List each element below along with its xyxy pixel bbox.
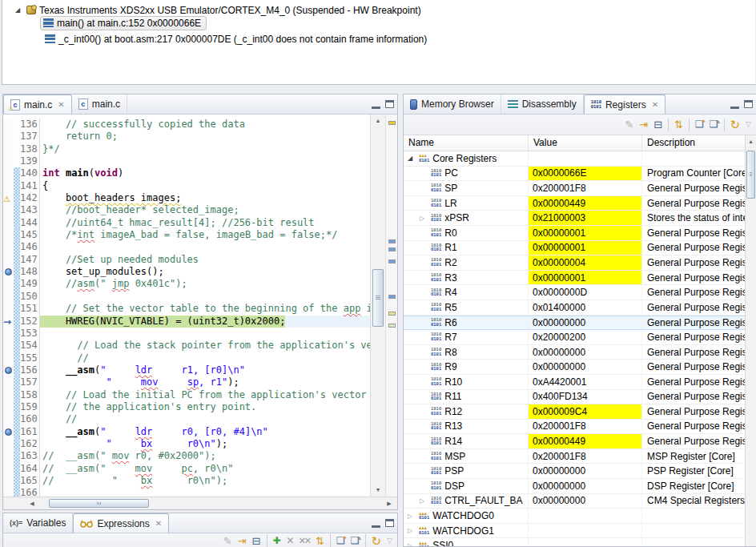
register-value-cell[interactable] xyxy=(529,524,642,538)
code-line[interactable]: 154 // Load the stack pointer from the a… xyxy=(3,340,370,352)
tab-memory-browser[interactable]: Memory Browser xyxy=(404,95,501,114)
register-row[interactable]: 10100101MSP0x200001F8MSP Register [Core] xyxy=(404,449,745,465)
expand-collapse-icon[interactable]: ▷ xyxy=(408,513,416,520)
code-line[interactable]: 165// " bx r0\n"); xyxy=(3,475,370,487)
register-value-cell[interactable]: 0x01400000 xyxy=(529,300,642,315)
gutter-margin[interactable]: ⚠ xyxy=(3,192,14,204)
scroll-up-icon[interactable]: ▲ xyxy=(371,115,385,127)
register-row[interactable]: 10100101SP0x200001F8General Purpose Regi… xyxy=(404,181,745,196)
register-value-cell[interactable]: 0x00000000 xyxy=(529,494,642,509)
scrollbar-thumb[interactable] xyxy=(372,269,384,327)
gutter-margin[interactable] xyxy=(3,229,14,241)
import-tree-icon[interactable]: ⇥ xyxy=(639,119,648,130)
register-value-cell[interactable]: 0x000009C4 xyxy=(529,404,642,419)
register-group-row[interactable]: ▷♟♟♟0101SSI0 xyxy=(404,538,745,546)
remove-all-expressions-icon[interactable]: ✕✕ xyxy=(299,536,310,546)
register-value-cell[interactable]: 0x20000200 xyxy=(529,330,642,344)
code-line[interactable]: 146 xyxy=(3,241,370,253)
code-line[interactable]: 139 xyxy=(3,155,370,167)
gutter-margin[interactable] xyxy=(3,426,14,438)
minimize-icon[interactable] xyxy=(730,107,739,109)
overview-ruler[interactable] xyxy=(385,115,397,497)
register-row[interactable]: 10100101R00x00000001General Purpose Regi… xyxy=(404,226,745,241)
code-line[interactable]: 148 set_up_modules(); xyxy=(3,266,370,278)
gutter-margin[interactable]: → xyxy=(3,316,14,328)
register-row[interactable]: 10100101R10x00000001General Purpose Regi… xyxy=(404,241,745,256)
scrollbar-thumb[interactable] xyxy=(746,151,755,199)
gutter-margin[interactable] xyxy=(3,401,14,413)
register-value-cell[interactable]: 0x200001F8 xyxy=(529,449,642,464)
column-header-name[interactable]: Name xyxy=(404,135,529,151)
gutter-margin[interactable] xyxy=(3,340,14,352)
register-row[interactable]: 10100101R110x400FD134General Purpose Reg… xyxy=(404,390,745,405)
breakpoint-mark[interactable] xyxy=(388,239,396,243)
code-line[interactable]: 136 // successfully copied the data xyxy=(3,119,370,131)
code-line[interactable]: 137 return 0; xyxy=(3,131,370,143)
register-row[interactable]: 10100101R80x00000000General Purpose Regi… xyxy=(404,345,745,360)
expand-collapse-icon[interactable]: ▷ xyxy=(420,215,428,222)
editor-tab-main-c[interactable]: c main.c xyxy=(72,95,127,114)
edit-watch-icon[interactable]: ✎ xyxy=(625,119,633,130)
refresh-icon[interactable]: ↻ xyxy=(730,119,741,130)
pin-view-icon[interactable]: ❏✒ xyxy=(351,536,360,546)
gutter-margin[interactable] xyxy=(3,303,14,315)
show-pinned-icon[interactable]: ⇅ xyxy=(316,536,324,546)
code-line[interactable]: 143 //boot_header* selected_image; xyxy=(3,204,370,216)
register-row[interactable]: 10100101R60x00000000General Purpose Regi… xyxy=(404,316,745,331)
gutter-margin[interactable] xyxy=(3,450,14,462)
code-line[interactable]: 141{ xyxy=(3,180,370,192)
register-value-cell[interactable]: 0x00000001 xyxy=(529,271,642,285)
pin-view-icon[interactable]: ❏✒ xyxy=(710,119,718,130)
code-line[interactable]: 163// __asm(" mov r0, #0x2000"); xyxy=(3,450,370,462)
gutter-margin[interactable] xyxy=(3,413,14,425)
expand-collapse-icon[interactable]: ▷ xyxy=(408,542,416,546)
expand-collapse-icon[interactable]: ▷ xyxy=(408,527,416,534)
refresh-icon[interactable]: ↻ xyxy=(372,536,382,546)
column-header-value[interactable]: Value xyxy=(529,135,642,151)
new-view-icon[interactable]: ❏✦ xyxy=(336,536,345,546)
code-line[interactable]: 160 // xyxy=(3,413,370,425)
code-line[interactable]: 166 xyxy=(3,487,370,497)
register-value-cell[interactable]: 0x200001F8 xyxy=(529,181,642,195)
breakpoint-mark[interactable] xyxy=(388,295,396,299)
code-line[interactable]: 161 __asm(" ldr r0, [r0, #4]\n" xyxy=(3,426,370,438)
register-value-cell[interactable]: 0x0000066E xyxy=(529,167,642,181)
register-value-cell[interactable]: 0x21000003 xyxy=(529,211,642,225)
register-group-row[interactable]: ▷♟♟♟0101WATCHDOG0 xyxy=(404,509,745,524)
close-icon[interactable]: ✕ xyxy=(652,100,658,109)
view-menu-icon[interactable]: ▽ xyxy=(746,119,751,130)
code-line[interactable]: 140int main(void) xyxy=(3,167,370,179)
gutter-margin[interactable] xyxy=(3,217,14,229)
breakpoint-icon[interactable] xyxy=(5,367,12,374)
column-header-description[interactable]: Description xyxy=(642,135,756,151)
code-line[interactable]: 155 // xyxy=(3,352,370,364)
scroll-left-icon[interactable]: ◀ xyxy=(26,497,38,509)
gutter-margin[interactable] xyxy=(3,278,14,290)
register-row[interactable]: 10100101R140x00000449General Purpose Reg… xyxy=(404,434,745,449)
debug-thread-row[interactable]: ◢ Texas Instruments XDS2xx USB Emulator/… xyxy=(15,3,421,17)
collapse-all-icon[interactable]: ⊟ xyxy=(653,119,662,130)
expand-collapse-icon[interactable]: ◢ xyxy=(15,6,23,14)
scrollbar-thumb[interactable] xyxy=(49,499,149,508)
edit-watch-icon[interactable]: ✎ xyxy=(223,536,232,546)
gutter-margin[interactable] xyxy=(3,438,14,450)
collapse-all-icon[interactable]: ⊟ xyxy=(252,536,261,546)
code-line[interactable]: 149 //asm(" jmp 0x401c"); xyxy=(3,278,370,290)
register-value-cell[interactable]: 0x00000000 xyxy=(529,345,642,360)
register-row[interactable]: 10100101PC0x0000066EProgram Counter [Cor… xyxy=(404,167,745,182)
register-value-cell[interactable]: 0x0000000D xyxy=(529,285,642,300)
register-value-cell[interactable]: 0x00000004 xyxy=(529,255,642,270)
occurrence-mark[interactable] xyxy=(388,324,396,328)
code-line[interactable]: ⚠142 boot_headers images; xyxy=(3,192,370,204)
scroll-down-icon[interactable]: ▼ xyxy=(371,484,385,497)
gutter-margin[interactable] xyxy=(3,475,14,487)
register-row[interactable]: 10100101R30x00000001General Purpose Regi… xyxy=(404,271,745,286)
register-row[interactable]: ▷10100101CTRL_FAULT_BA0x00000000CM4 Spec… xyxy=(404,494,745,509)
breakpoint-icon[interactable] xyxy=(5,428,12,436)
code-line[interactable]: 156 __asm(" ldr r1, [r0]\n" xyxy=(3,364,370,376)
code-line[interactable]: 150 xyxy=(3,291,370,303)
register-row[interactable]: 10100101R40x0000000DGeneral Purpose Regi… xyxy=(404,285,745,300)
view-menu-icon[interactable]: ▽ xyxy=(387,536,392,546)
gutter-margin[interactable] xyxy=(3,352,14,364)
register-row[interactable]: 10100101R70x20000200General Purpose Regi… xyxy=(404,330,745,345)
